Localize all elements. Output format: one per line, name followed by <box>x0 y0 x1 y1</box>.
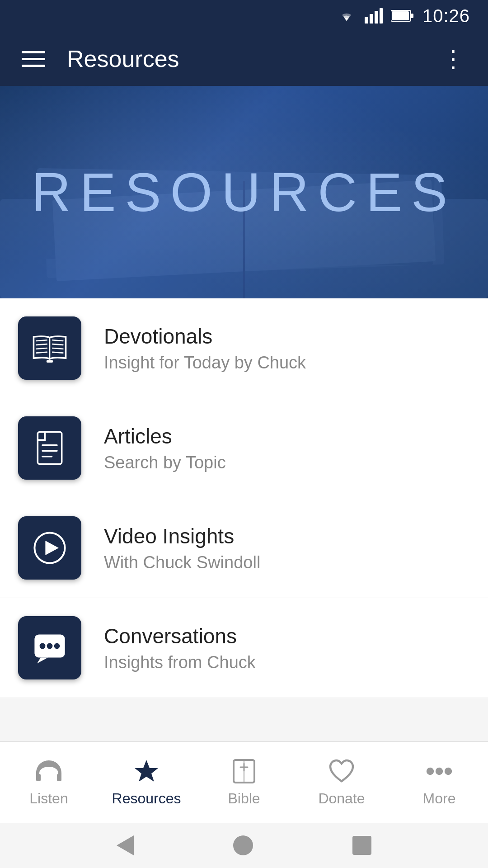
svg-marker-21 <box>37 658 48 664</box>
back-button[interactable] <box>117 835 134 855</box>
toolbar: Resources ⋮ <box>0 32 488 86</box>
svg-rect-3 <box>380 8 383 24</box>
svg-rect-6 <box>411 14 413 18</box>
conversations-icon-box <box>18 616 81 679</box>
overflow-menu-button[interactable]: ⋮ <box>438 43 470 74</box>
play-circle-icon <box>32 530 68 566</box>
book-open-icon <box>32 330 68 366</box>
articles-subtitle: Search by Topic <box>104 453 470 472</box>
nav-item-more[interactable]: More <box>390 742 488 823</box>
wifi-icon <box>337 8 357 24</box>
recents-button[interactable] <box>352 836 371 855</box>
battery-icon <box>391 9 414 22</box>
toolbar-title: Resources <box>67 45 420 72</box>
status-bar: 10:26 <box>0 0 488 32</box>
bottom-navigation: Listen Resources Bible Donate <box>0 741 488 823</box>
svg-rect-5 <box>392 11 409 20</box>
back-icon <box>117 835 134 855</box>
articles-text: Articles Search by Topic <box>104 424 470 472</box>
svg-point-22 <box>40 643 46 649</box>
devotionals-text: Devotionals Insight for Today by Chuck <box>104 324 470 373</box>
video-insights-icon-box <box>18 516 81 580</box>
nav-item-resources[interactable]: Resources <box>98 742 195 823</box>
devotionals-title: Devotionals <box>104 324 470 349</box>
nav-label-listen: Listen <box>29 790 68 807</box>
nav-item-bible[interactable]: Bible <box>195 742 293 823</box>
conversations-title: Conversations <box>104 624 470 648</box>
system-navigation <box>0 823 488 868</box>
status-icons: 10:26 <box>337 6 470 26</box>
home-icon <box>233 835 253 855</box>
svg-rect-26 <box>57 774 61 781</box>
status-time: 10:26 <box>422 6 470 26</box>
articles-title: Articles <box>104 424 470 448</box>
nav-item-listen[interactable]: Listen <box>0 742 98 823</box>
nav-label-resources: Resources <box>112 790 181 807</box>
home-button[interactable] <box>233 835 253 855</box>
video-insights-title: Video Insights <box>104 524 470 548</box>
hero-banner: RESOURCES <box>0 86 488 298</box>
overflow-dots-icon: ⋮ <box>441 46 466 72</box>
svg-point-32 <box>427 768 434 775</box>
nav-label-bible: Bible <box>228 790 260 807</box>
svg-marker-19 <box>45 541 59 555</box>
chat-bubble-icon <box>32 630 68 666</box>
devotionals-item[interactable]: Devotionals Insight for Today by Chuck <box>0 298 488 398</box>
devotionals-icon-box <box>18 316 81 380</box>
articles-icon-box <box>18 416 81 480</box>
nav-item-donate[interactable]: Donate <box>293 742 390 823</box>
svg-point-34 <box>445 768 452 775</box>
svg-point-24 <box>54 643 60 649</box>
video-insights-item[interactable]: Video Insights With Chuck Swindoll <box>0 498 488 598</box>
nav-label-more: More <box>423 790 456 807</box>
svg-point-33 <box>436 768 443 775</box>
conversations-item[interactable]: Conversations Insights from Chuck <box>0 598 488 698</box>
conversations-text: Conversations Insights from Chuck <box>104 624 470 672</box>
star-icon <box>133 758 160 785</box>
headphones-icon <box>35 758 62 785</box>
bible-icon <box>230 758 258 785</box>
articles-item[interactable]: Articles Search by Topic <box>0 398 488 498</box>
svg-rect-0 <box>365 17 368 24</box>
hamburger-line-3 <box>22 65 45 67</box>
video-insights-text: Video Insights With Chuck Swindoll <box>104 524 470 572</box>
recents-icon <box>352 836 371 855</box>
dots-icon <box>426 758 453 785</box>
heart-icon <box>328 758 355 785</box>
menu-button[interactable] <box>18 47 49 71</box>
hamburger-line-2 <box>22 58 45 60</box>
svg-rect-13 <box>47 360 53 363</box>
svg-rect-25 <box>36 774 41 781</box>
svg-marker-27 <box>135 760 158 782</box>
resource-list: Devotionals Insight for Today by Chuck A… <box>0 298 488 698</box>
svg-rect-2 <box>375 11 378 24</box>
signal-icon <box>365 8 383 24</box>
hamburger-line-1 <box>22 51 45 53</box>
svg-rect-14 <box>38 432 61 464</box>
svg-point-23 <box>47 643 53 649</box>
document-icon <box>32 430 68 466</box>
svg-rect-1 <box>370 14 373 24</box>
hero-title: RESOURCES <box>32 161 456 223</box>
video-insights-subtitle: With Chuck Swindoll <box>104 553 470 572</box>
conversations-subtitle: Insights from Chuck <box>104 653 470 672</box>
devotionals-subtitle: Insight for Today by Chuck <box>104 353 470 373</box>
nav-label-donate: Donate <box>318 790 365 807</box>
